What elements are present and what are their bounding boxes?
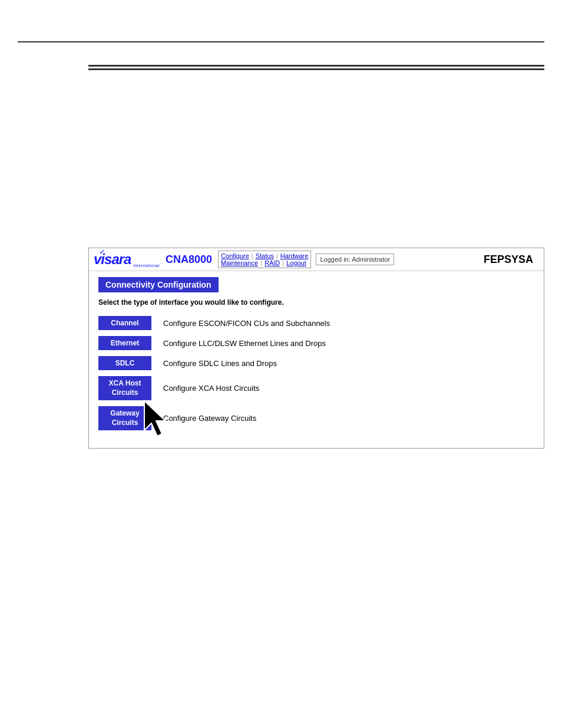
channel-button[interactable]: Channel bbox=[98, 316, 151, 330]
nav-raid[interactable]: RAID bbox=[265, 259, 280, 266]
top-decorative-line bbox=[18, 41, 544, 42]
logged-in-status: Logged in: Administrator bbox=[316, 253, 394, 265]
sdlc-row: SDLC Configure SDLC Lines and Drops bbox=[98, 356, 534, 370]
channel-row: Channel Configure ESCON/FICON CUs and Su… bbox=[98, 316, 534, 330]
page-title: Connectivity Configuration bbox=[98, 277, 219, 292]
sdlc-desc: Configure SDLC Lines and Drops bbox=[163, 359, 277, 368]
ethernet-row: Ethernet Configure LLC/DLSW Ethernet Lin… bbox=[98, 336, 534, 350]
app-header: v✓isara international CNA8000 Configure … bbox=[89, 248, 544, 271]
svg-marker-0 bbox=[144, 401, 166, 436]
cursor-arrow bbox=[138, 395, 180, 444]
ethernet-desc: Configure LLC/DLSW Ethernet Lines and Dr… bbox=[163, 339, 326, 348]
channel-desc: Configure ESCON/FICON CUs and Subchannel… bbox=[163, 319, 330, 328]
sdlc-button[interactable]: SDLC bbox=[98, 356, 151, 370]
nav-configure[interactable]: Configure bbox=[221, 252, 249, 259]
nav-row-2: Maintenance | RAID | Logout bbox=[221, 259, 308, 266]
nav-maintenance[interactable]: Maintenance bbox=[221, 259, 258, 266]
page-subtitle: Select the type of interface you would l… bbox=[98, 298, 534, 307]
logo-area: v✓isara international bbox=[94, 251, 160, 268]
nav-hardware[interactable]: Hardware bbox=[280, 252, 309, 259]
nav-logout[interactable]: Logout bbox=[286, 259, 306, 266]
ethernet-button[interactable]: Ethernet bbox=[98, 336, 151, 350]
nav-row-1: Configure | Status | Hardware bbox=[221, 252, 308, 259]
nav-links: Configure | Status | Hardware Maintenanc… bbox=[218, 251, 311, 268]
product-name: CNA8000 bbox=[166, 253, 212, 266]
xca-host-desc: Configure XCA Host Circuits bbox=[163, 384, 259, 393]
nav-status[interactable]: Status bbox=[256, 252, 274, 259]
logo-visara: v✓isara bbox=[94, 251, 131, 268]
hostname: FEPSYSA bbox=[484, 253, 539, 266]
double-decorative-lines bbox=[88, 65, 544, 70]
logo-international-text: international bbox=[133, 263, 160, 268]
